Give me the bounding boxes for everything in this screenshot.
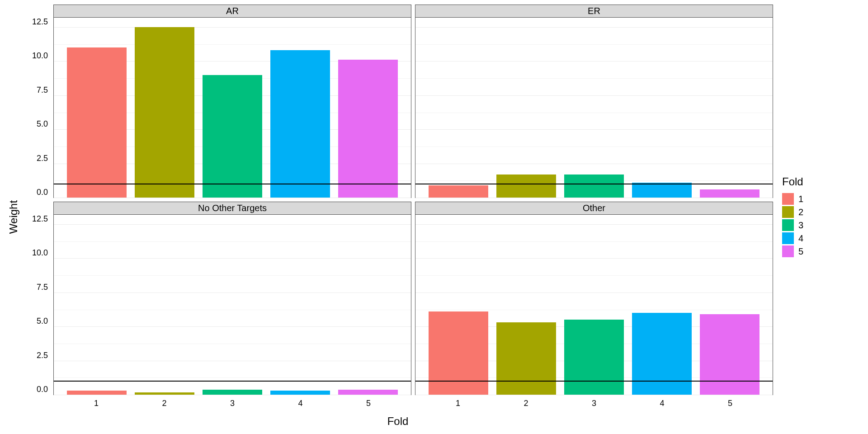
bar-slot	[63, 18, 131, 198]
facet-panel: ER	[415, 5, 773, 198]
x-axis-title-text: Fold	[387, 415, 409, 427]
bar-slot	[266, 215, 334, 395]
bar	[429, 185, 488, 198]
y-axis-title-text: Weight	[7, 200, 20, 234]
bar-slot	[131, 215, 198, 395]
bar	[564, 320, 624, 395]
bars	[54, 18, 411, 198]
bar	[203, 75, 262, 198]
y-tick: 0.0	[37, 188, 48, 197]
facet-body	[415, 215, 773, 395]
legend-item: 5	[782, 245, 863, 257]
x-tick: 3	[560, 399, 628, 412]
plot-column: 12.510.07.55.02.50.0ARER12.510.07.55.02.…	[23, 5, 773, 429]
bars	[54, 215, 411, 395]
x-tick: 5	[696, 399, 764, 412]
x-tick: 3	[198, 399, 266, 412]
bar	[338, 390, 398, 395]
bar-slot	[334, 215, 402, 395]
x-tick: 1	[62, 399, 130, 412]
bar-slot	[198, 18, 266, 198]
bar-slot	[696, 215, 764, 395]
bar-slot	[492, 18, 560, 198]
y-tick: 5.0	[37, 316, 48, 326]
legend-label: 2	[798, 207, 803, 217]
facet-body	[54, 215, 411, 395]
legend-label: 1	[798, 194, 803, 204]
bar-slot	[492, 215, 560, 395]
bar-slot	[425, 215, 492, 395]
bar	[135, 27, 194, 198]
x-tick: 4	[628, 399, 696, 412]
facet-panel: No Other Targets	[53, 202, 411, 395]
bar-slot	[131, 18, 198, 198]
legend-swatch	[782, 206, 794, 218]
x-tick-labels: 12345	[415, 399, 773, 412]
y-tick: 10.0	[32, 248, 48, 258]
legend-swatch	[782, 245, 794, 257]
bar-slot	[63, 215, 131, 395]
bar	[632, 313, 692, 395]
reference-line	[415, 184, 773, 184]
bar-slot	[425, 18, 492, 198]
bars	[415, 215, 773, 395]
reference-line	[54, 381, 411, 382]
faceted-bar-chart: Weight 12.510.07.55.02.50.0ARER12.510.07…	[5, 5, 863, 429]
y-tick: 10.0	[32, 51, 48, 61]
bar	[496, 175, 556, 198]
bar-slot	[266, 18, 334, 198]
x-tick-labels: 12345	[53, 399, 411, 412]
bar	[67, 391, 127, 395]
legend-label: 3	[798, 220, 803, 231]
bars	[415, 18, 773, 198]
bar-slot	[560, 215, 628, 395]
bar	[135, 392, 194, 395]
facet-panel: AR	[53, 5, 411, 198]
facet-body	[415, 18, 773, 198]
bar	[429, 311, 488, 395]
bar	[67, 47, 127, 198]
x-tick: 1	[424, 399, 492, 412]
bar-slot	[198, 215, 266, 395]
bar-slot	[560, 18, 628, 198]
legend-label: 4	[798, 233, 803, 244]
bar	[700, 189, 760, 198]
facet-grid: 12.510.07.55.02.50.0ARER12.510.07.55.02.…	[23, 5, 773, 412]
x-tick: 4	[266, 399, 334, 412]
bar-slot	[628, 18, 696, 198]
legend: Fold 12345	[773, 5, 863, 429]
legend-item: 4	[782, 232, 863, 244]
x-tick: 2	[130, 399, 198, 412]
legend-title: Fold	[782, 175, 863, 188]
bar	[270, 391, 330, 395]
reference-line	[54, 184, 411, 184]
bar-slot	[696, 18, 764, 198]
bar	[270, 50, 330, 198]
bar-slot	[334, 18, 402, 198]
bar	[632, 183, 692, 198]
y-tick: 0.0	[37, 385, 48, 394]
bar	[338, 60, 398, 198]
bar	[700, 314, 760, 395]
facet-title: ER	[415, 5, 773, 18]
bar	[203, 390, 262, 395]
x-tick: 2	[492, 399, 560, 412]
reference-line	[415, 381, 773, 382]
y-tick: 2.5	[37, 351, 48, 360]
y-tick: 2.5	[37, 154, 48, 163]
legend-item: 1	[782, 193, 863, 205]
y-tick: 7.5	[37, 85, 48, 95]
legend-label: 5	[798, 246, 803, 257]
legend-swatch	[782, 219, 794, 231]
legend-item: 2	[782, 206, 863, 218]
facet-body	[54, 18, 411, 198]
facet-panel: Other	[415, 202, 773, 395]
legend-swatch	[782, 232, 794, 244]
facet-title: AR	[54, 5, 411, 18]
facet-title: No Other Targets	[54, 202, 411, 215]
x-tick: 5	[335, 399, 402, 412]
y-tick: 5.0	[37, 119, 48, 129]
bar	[496, 322, 556, 395]
bar	[564, 175, 624, 198]
y-tick-labels: 12.510.07.55.02.50.0	[23, 202, 50, 395]
